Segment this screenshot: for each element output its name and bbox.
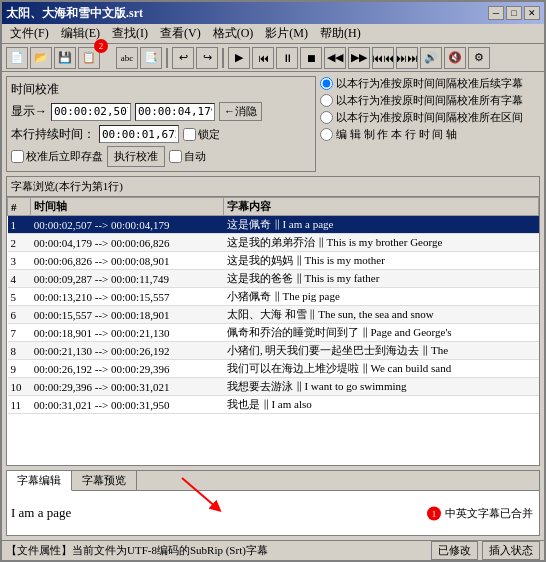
menu-format[interactable]: 格式(O)	[207, 23, 260, 44]
subtitle-table-section: 字幕浏览(本行为第1行) # 时间轴 字幕内容 1 00:00:02,507 -…	[6, 176, 540, 466]
top-section: 时间校准 显示→ ←消隐 本行持续时间： 锁定	[6, 76, 540, 172]
menu-movie[interactable]: 影片(M)	[259, 23, 314, 44]
menu-find[interactable]: 查找(I)	[106, 23, 154, 44]
tb-vol[interactable]: 🔊	[420, 47, 442, 69]
table-row[interactable]: 6 00:00:15,557 --> 00:00:18,901 太阳、大海 和雪…	[8, 306, 539, 324]
tb-open[interactable]: 📂	[30, 47, 52, 69]
tb-new[interactable]: 📄	[6, 47, 28, 69]
radio-input-1[interactable]	[320, 77, 333, 90]
tb-extra[interactable]: ⚙	[468, 47, 490, 69]
tb-save[interactable]: 💾	[54, 47, 76, 69]
menu-file[interactable]: 文件(F)	[4, 23, 55, 44]
cell-num: 9	[8, 360, 31, 378]
save-label: 校准后立即存盘	[26, 149, 103, 164]
lock-label: 锁定	[198, 127, 220, 142]
radio-option-2[interactable]: 以本行为准按原时间间隔校准所有字幕	[320, 93, 540, 108]
tabs-bar: 字幕编辑 字幕预览	[7, 471, 539, 491]
duration-input[interactable]	[99, 125, 179, 143]
auto-check-input[interactable]	[169, 150, 182, 163]
cell-text: 小猪佩奇 ‖ The pig page	[224, 288, 539, 306]
tb-start[interactable]: ⏮	[252, 47, 274, 69]
minimize-button[interactable]: ─	[488, 6, 504, 20]
bottom-section: 字幕编辑 字幕预览 I am a page 1 中英文字幕已合并	[6, 470, 540, 536]
lock-check-input[interactable]	[183, 128, 196, 141]
col-num: #	[8, 198, 31, 216]
cell-num: 7	[8, 324, 31, 342]
end-time-input[interactable]	[135, 103, 215, 121]
cell-time: 00:00:18,901 --> 00:00:21,130	[31, 324, 224, 342]
cell-text: 我想要去游泳 ‖ I want to go swimming	[224, 378, 539, 396]
tb-mute[interactable]: 🔇	[444, 47, 466, 69]
cell-time: 00:00:06,826 --> 00:00:08,901	[31, 252, 224, 270]
arrow-icon	[177, 473, 237, 513]
radio-input-2[interactable]	[320, 94, 333, 107]
maximize-button[interactable]: □	[506, 6, 522, 20]
save-checkbox[interactable]: 校准后立即存盘	[11, 149, 103, 164]
subtitle-table[interactable]: # 时间轴 字幕内容 1 00:00:02,507 --> 00:00:04,1…	[7, 197, 539, 465]
cell-time: 00:00:09,287 --> 00:00:11,749	[31, 270, 224, 288]
table-row[interactable]: 10 00:00:29,396 --> 00:00:31,021 我想要去游泳 …	[8, 378, 539, 396]
table-row[interactable]: 7 00:00:18,901 --> 00:00:21,130 佩奇和乔治的睡觉…	[8, 324, 539, 342]
hide-button[interactable]: ←消隐	[219, 102, 262, 121]
insert-button[interactable]: 插入状态	[482, 541, 540, 560]
tb-stop[interactable]: ⏹	[300, 47, 322, 69]
cell-text: 这是佩奇 ‖ I am a page	[224, 216, 539, 234]
tb-play[interactable]: ▶	[228, 47, 250, 69]
tb-paste[interactable]: 📑	[140, 47, 162, 69]
main-content: 时间校准 显示→ ←消隐 本行持续时间： 锁定	[2, 72, 544, 540]
edit-text[interactable]: I am a page	[11, 505, 71, 521]
table-row[interactable]: 11 00:00:31,021 --> 00:00:31,950 我也是 ‖ I…	[8, 396, 539, 414]
tb-rw[interactable]: ⏮⏮	[372, 47, 394, 69]
table-row[interactable]: 8 00:00:21,130 --> 00:00:26,192 小猪们, 明天我…	[8, 342, 539, 360]
title-bar: 太阳、大海和雪中文版.srt ─ □ ✕	[2, 2, 544, 24]
table-row[interactable]: 5 00:00:13,210 --> 00:00:15,557 小猪佩奇 ‖ T…	[8, 288, 539, 306]
time-panel: 时间校准 显示→ ←消隐 本行持续时间： 锁定	[6, 76, 316, 172]
radio-input-3[interactable]	[320, 111, 333, 124]
cell-time: 00:00:31,021 --> 00:00:31,950	[31, 396, 224, 414]
tb-undo[interactable]: ↩	[172, 47, 194, 69]
start-time-input[interactable]	[51, 103, 131, 121]
table-row[interactable]: 4 00:00:09,287 --> 00:00:11,749 这是我的爸爸 ‖…	[8, 270, 539, 288]
radio-label-1: 以本行为准按原时间间隔校准后续字幕	[336, 76, 523, 91]
auto-checkbox[interactable]: 自动	[169, 149, 206, 164]
menu-view[interactable]: 查看(V)	[154, 23, 207, 44]
tb-prev[interactable]: ◀◀	[324, 47, 346, 69]
radio-option-1[interactable]: 以本行为准按原时间间隔校准后续字幕	[320, 76, 540, 91]
menu-help[interactable]: 帮助(H)	[314, 23, 367, 44]
cell-num: 8	[8, 342, 31, 360]
status-text: 【文件属性】当前文件为UTF-8编码的SubRip (Srt)字幕	[6, 543, 427, 558]
window-title: 太阳、大海和雪中文版.srt	[6, 5, 143, 22]
radio-option-3[interactable]: 以本行为准按原时间间隔校准所在区间	[320, 110, 540, 125]
cell-num: 4	[8, 270, 31, 288]
tb-next[interactable]: ▶▶	[348, 47, 370, 69]
cell-num: 1	[8, 216, 31, 234]
cell-time: 00:00:04,179 --> 00:00:06,826	[31, 234, 224, 252]
radio-option-4[interactable]: 编 辑 制 作 本 行 时 间 轴	[320, 127, 540, 142]
cell-time: 00:00:21,130 --> 00:00:26,192	[31, 342, 224, 360]
radio-options-panel: 以本行为准按原时间间隔校准后续字幕 以本行为准按原时间间隔校准所有字幕 以本行为…	[320, 76, 540, 172]
tb-redo[interactable]: ↪	[196, 47, 218, 69]
exec-button[interactable]: 执行校准	[107, 146, 165, 167]
table-row[interactable]: 2 00:00:04,179 --> 00:00:06,826 这是我的弟弟乔治…	[8, 234, 539, 252]
tb-ff[interactable]: ⏭⏭	[396, 47, 418, 69]
modified-button[interactable]: 已修改	[431, 541, 478, 560]
window-controls: ─ □ ✕	[488, 6, 540, 20]
cell-text: 这是我的妈妈 ‖ This is my mother	[224, 252, 539, 270]
lock-checkbox[interactable]: 锁定	[183, 127, 220, 142]
close-button[interactable]: ✕	[524, 6, 540, 20]
tb-pause[interactable]: ⏸	[276, 47, 298, 69]
radio-input-4[interactable]	[320, 128, 333, 141]
status-bar: 【文件属性】当前文件为UTF-8编码的SubRip (Srt)字幕 已修改 插入…	[2, 540, 544, 560]
table-row[interactable]: 3 00:00:06,826 --> 00:00:08,901 这是我的妈妈 ‖…	[8, 252, 539, 270]
table-row[interactable]: 9 00:00:26,192 --> 00:00:29,396 我们可以在海边上…	[8, 360, 539, 378]
tab-preview[interactable]: 字幕预览	[72, 471, 137, 490]
col-time: 时间轴	[31, 198, 224, 216]
col-text: 字幕内容	[224, 198, 539, 216]
tab-edit[interactable]: 字幕编辑	[7, 471, 72, 491]
merge-badge: 1 中英文字幕已合并	[427, 506, 533, 521]
table-row[interactable]: 1 00:00:02,507 --> 00:00:04,179 这是佩奇 ‖ I…	[8, 216, 539, 234]
cell-time: 00:00:15,557 --> 00:00:18,901	[31, 306, 224, 324]
cell-text: 这是我的爸爸 ‖ This is my father	[224, 270, 539, 288]
tb-abc[interactable]: abc	[116, 47, 138, 69]
save-check-input[interactable]	[11, 150, 24, 163]
